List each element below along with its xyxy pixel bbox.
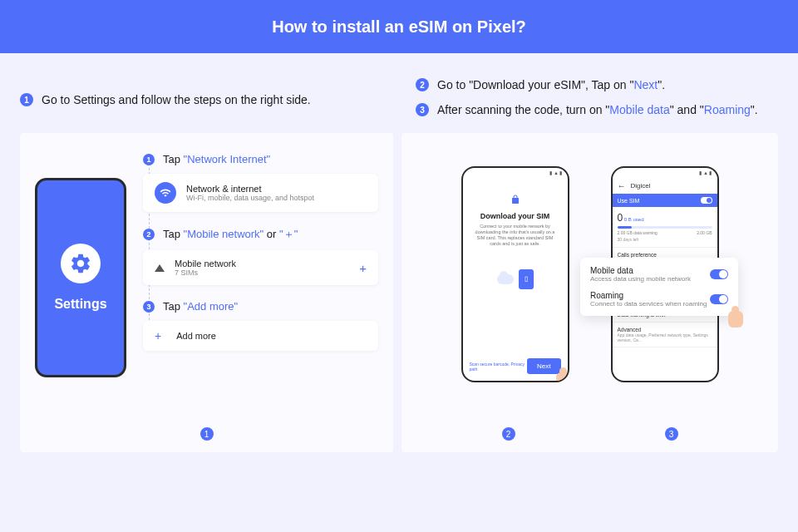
panel1-num: 1 <box>200 427 214 441</box>
overlay-mobile-data-row[interactable]: Mobile data Access data using mobile net… <box>590 266 728 283</box>
next-button[interactable]: Next <box>527 358 560 374</box>
signal-icon <box>155 264 165 272</box>
overlay-roaming-toggle[interactable] <box>710 294 728 304</box>
use-sim-row[interactable]: Use SIM <box>613 194 717 207</box>
overlay-mobile-data-toggle[interactable] <box>710 269 728 279</box>
overlay-mobile-data-sub: Access data using mobile network <box>590 275 691 283</box>
wifi-icon <box>155 182 176 204</box>
intro-left: 1 Go to Settings and follow the steps on… <box>20 78 382 116</box>
header-bar: How to install an eSIM on Pixel? <box>0 0 798 53</box>
step2-badge: 2 <box>416 78 429 91</box>
overlay-roaming-row[interactable]: Roaming Connect to data services when ro… <box>590 291 728 308</box>
gear-icon <box>61 244 101 283</box>
status-bar: ▮ ▲ ▮ <box>463 168 568 177</box>
substep1-badge: 1 <box>143 154 155 165</box>
hand-pointer-icon <box>727 306 745 331</box>
panel1-footer-num: 1 <box>20 427 393 441</box>
download-title: Download your SIM <box>480 212 550 220</box>
intro-step3-row: 3 After scanning the code, turn on "Mobi… <box>416 103 778 116</box>
panel2-num-left: 2 <box>502 427 515 441</box>
add-more-label: Add more <box>176 331 216 341</box>
mobile-card-title: Mobile network <box>175 259 236 268</box>
intro-step2-text: Go to "Download your eSIM", Tap on "Next… <box>437 78 665 91</box>
substep-3: 3 Tap "Add more" + Add more <box>143 300 378 351</box>
substep-1: 1 Tap "Network Internet" Network & inter… <box>143 153 378 212</box>
download-desc: Connect to your mobile network by downlo… <box>471 224 559 248</box>
intro-section: 1 Go to Settings and follow the steps on… <box>0 53 798 133</box>
intro-step1-text: Go to Settings and follow the steps on t… <box>42 93 311 106</box>
substep-2: 2 Tap "Mobile network" or "＋" Mobile net… <box>143 227 378 285</box>
plus-icon[interactable]: + <box>359 261 367 275</box>
step1-badge: 1 <box>20 93 33 106</box>
mobile-network-card[interactable]: Mobile network 7 SIMs + <box>143 250 378 285</box>
sim-icon: ▯ <box>519 269 534 289</box>
use-sim-toggle[interactable] <box>701 197 712 204</box>
overlay-toggle-card: Mobile data Access data using mobile net… <box>580 258 738 316</box>
page-title: How to install an eSIM on Pixel? <box>272 17 526 37</box>
steps-column: 1 Tap "Network Internet" Network & inter… <box>143 153 378 432</box>
download-illustration: ▯ <box>497 269 534 289</box>
carrier-header: ← Digicel <box>613 177 717 194</box>
substep1-text: Tap "Network Internet" <box>163 153 270 165</box>
settings-label: Settings <box>54 297 106 312</box>
panels-row: Settings 1 Tap "Network Internet" Networ… <box>0 133 798 469</box>
network-card-title: Network & internet <box>186 184 314 194</box>
settings-phone-mockup: Settings <box>35 178 126 377</box>
download-sim-phone: ▮ ▲ ▮ Download your SIM Connect to your … <box>461 166 569 382</box>
panel-2: ▮ ▲ ▮ Download your SIM Connect to your … <box>401 133 778 452</box>
back-arrow-icon[interactable]: ← <box>618 181 626 190</box>
intro-step2-row: 2 Go to "Download your eSIM", Tap on "Ne… <box>416 78 778 91</box>
advanced-row[interactable]: AdvancedApp data usage, Preferred networ… <box>613 323 717 347</box>
scan-link[interactable]: Scan secure barcode, Privacy path <box>470 362 528 372</box>
add-more-card[interactable]: + Add more <box>143 321 378 351</box>
network-internet-card[interactable]: Network & internet Wi-Fi, mobile, data u… <box>143 174 378 212</box>
plus-icon: + <box>155 329 161 342</box>
carrier-name: Digicel <box>631 182 651 190</box>
substep3-badge: 3 <box>143 301 155 313</box>
panel2-footer-nums: 2 3 <box>401 427 778 441</box>
network-card-sub: Wi-Fi, mobile, data usage, and hotspot <box>186 194 314 202</box>
status-bar: ▮ ▲ ▮ <box>613 168 717 177</box>
overlay-mobile-data-title: Mobile data <box>590 266 691 275</box>
substep2-text: Tap "Mobile network" or "＋" <box>163 227 298 242</box>
cloud-icon <box>497 274 514 284</box>
intro-right: 2 Go to "Download your eSIM", Tap on "Ne… <box>416 78 778 116</box>
substep3-text: Tap "Add more" <box>163 300 238 313</box>
lock-icon <box>510 194 520 205</box>
step3-badge: 3 <box>416 103 429 116</box>
usage-bar <box>618 226 712 229</box>
panel-1: Settings 1 Tap "Network Internet" Networ… <box>20 133 393 452</box>
data-usage-section: 0 0 B used 2.00 GB data warning2.00 GB 3… <box>613 207 717 248</box>
panel2-num-right: 3 <box>665 427 678 441</box>
mobile-card-sub: 7 SIMs <box>175 268 236 277</box>
overlay-roaming-sub: Connect to data services when roaming <box>590 300 707 308</box>
substep2-badge: 2 <box>143 229 155 240</box>
overlay-roaming-title: Roaming <box>590 291 707 300</box>
intro-step3-text: After scanning the code, turn on "Mobile… <box>437 103 758 116</box>
